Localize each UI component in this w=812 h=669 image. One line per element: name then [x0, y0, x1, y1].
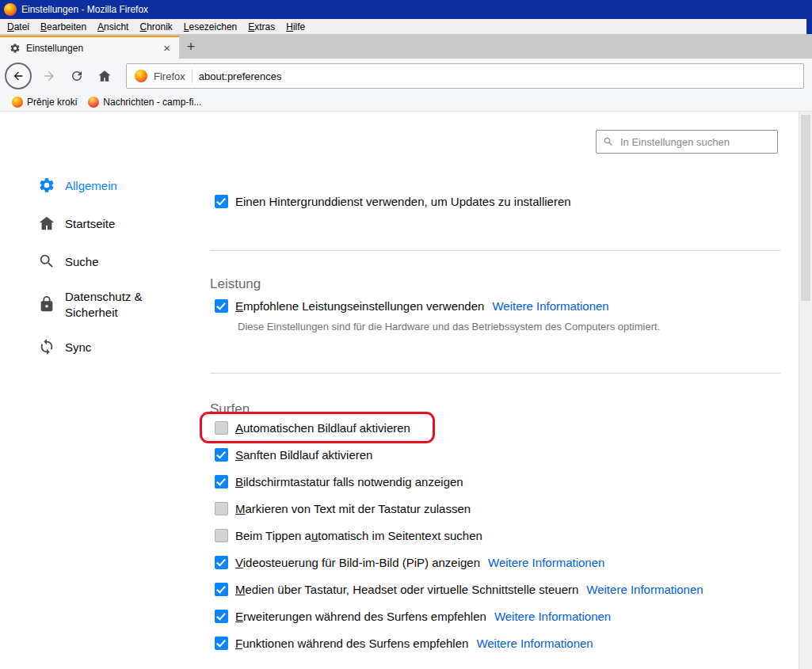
tab-title: Einstellungen — [26, 43, 161, 54]
pref-row-erweiterungen-w-hrend-des-surfens-empfeh: Erweiterungen während des Surfens empfeh… — [210, 602, 780, 629]
bookmark-label: Prěnje kroki — [27, 97, 77, 108]
pref-label[interactable]: Bildschirmtastatur falls notwendig anzei… — [235, 475, 463, 488]
settings-main-panel: Einen Hintergrunddienst verwenden, um Up… — [210, 112, 780, 669]
sidebar-item-label: Datenschutz & Sicherheit — [65, 289, 172, 321]
title-bar: Einstellungen - Mozilla Firefox — [0, 0, 812, 19]
checkbox-checked[interactable] — [215, 556, 228, 569]
checkbox-checked[interactable] — [215, 583, 228, 596]
pref-row-einen-hintergrunddienst-verwenden-um-upd: Einen Hintergrunddienst verwenden, um Up… — [210, 188, 780, 215]
learn-more-link[interactable]: Weitere Informationen — [488, 556, 604, 569]
pref-row-beim-tippen-automatisch-im-seitentext-su: Beim Tippen automatisch im Seitentext su… — [210, 522, 780, 549]
menu-item-lesezeichen[interactable]: Lesezeichen — [178, 19, 242, 34]
gear-icon — [10, 43, 21, 54]
menu-item-extras[interactable]: Extras — [242, 19, 280, 34]
menu-item-bearbeiten[interactable]: Bearbeiten — [35, 19, 92, 34]
menu-item-datei[interactable]: Datei — [2, 19, 35, 34]
menu-item-ansicht[interactable]: Ansicht — [92, 19, 134, 34]
pref-label[interactable]: Funktionen während des Surfens empfehlen — [235, 637, 468, 650]
checkbox-checked[interactable] — [215, 195, 228, 208]
tab-bar: Einstellungen × + — [0, 34, 812, 59]
sidebar-item-label: Allgemein — [65, 178, 117, 194]
firefox-icon — [4, 3, 17, 16]
sidebar-item-allgemein[interactable]: Allgemein — [38, 175, 200, 197]
section-heading-leistung: Leistung — [210, 276, 261, 292]
sidebar-item-suche[interactable]: Suche — [38, 251, 200, 273]
update-row-slot: Einen Hintergrunddienst verwenden, um Up… — [210, 188, 780, 215]
home-button[interactable] — [92, 63, 117, 89]
flame-icon — [88, 97, 99, 108]
pref-row-bildschirmtastatur-falls-notwendig-anzei: Bildschirmtastatur falls notwendig anzei… — [210, 468, 780, 495]
pref-row-medien-ber-tastatur-headset-oder-virtuel: Medien über Tastatur, Headset oder virtu… — [210, 576, 780, 602]
settings-sidebar: AllgemeinStartseiteSucheDatenschutz & Si… — [38, 175, 200, 375]
scrollbar-thumb[interactable] — [801, 115, 810, 301]
checkbox-checked[interactable] — [215, 610, 228, 623]
sidebar-item-startseite[interactable]: Startseite — [38, 213, 200, 235]
window-title: Einstellungen - Mozilla Firefox — [21, 4, 148, 15]
pref-row-empfohlene-leistungseinstellungen-verwen: Empfohlene Leistungseinstellungen verwen… — [210, 292, 780, 319]
menu-item-hilfe[interactable]: Hilfe — [280, 19, 311, 34]
bookmark-item-nachrichten-camp-fi[interactable]: Nachrichten - camp-fi... — [82, 93, 207, 111]
learn-more-link[interactable]: Weitere Informationen — [476, 637, 593, 650]
checkbox-unchecked[interactable] — [215, 502, 228, 515]
sidebar-item-label: Startseite — [65, 216, 115, 232]
menu-bar: DateiBearbeitenAnsichtChronikLesezeichen… — [0, 19, 812, 34]
home-icon — [38, 215, 55, 234]
urlbar-divider — [192, 69, 193, 83]
navigation-toolbar: Firefox about:preferences — [0, 59, 812, 93]
pref-row-automatischen-bildlauf-aktivieren: Automatischen Bildlauf aktivieren — [210, 414, 780, 441]
pref-row-funktionen-w-hrend-des-surfens-empfehlen: Funktionen während des Surfens empfehlen… — [210, 629, 780, 656]
reload-button[interactable] — [64, 63, 90, 89]
lock-icon — [38, 295, 55, 315]
pref-label[interactable]: Beim Tippen automatisch im Seitentext su… — [235, 529, 482, 542]
checkbox-unchecked[interactable] — [215, 421, 228, 435]
checkbox-checked[interactable] — [215, 475, 228, 488]
site-identity-label: Firefox — [154, 70, 185, 82]
browsing-rows: Automatischen Bildlauf aktivierenSanften… — [210, 414, 780, 656]
sidebar-item-label: Sync — [65, 340, 91, 355]
firefox-logo-icon — [135, 70, 147, 82]
pref-label[interactable]: Einen Hintergrunddienst verwenden, um Up… — [235, 195, 571, 208]
bookmark-item-pr-nje-kroki[interactable]: Prěnje kroki — [6, 93, 82, 111]
sidebar-item-datenschutz-sicherheit[interactable]: Datenschutz & Sicherheit — [38, 289, 200, 321]
checkbox-checked[interactable] — [215, 448, 228, 462]
pref-row-videosteuerung-f-r-bild-im-bild-pip-anze: Videosteuerung für Bild-im-Bild (PiP) an… — [210, 549, 780, 576]
back-button[interactable] — [5, 63, 32, 89]
pref-row-sanften-bildlauf-aktivieren: Sanften Bildlauf aktivieren — [210, 441, 780, 468]
pref-row-markieren-von-text-mit-der-tastatur-zula: Markieren von Text mit der Tastatur zula… — [210, 495, 780, 522]
pref-label[interactable]: Markieren von Text mit der Tastatur zula… — [235, 502, 471, 515]
bookmark-label: Nachrichten - camp-fi... — [103, 97, 201, 108]
pref-label[interactable]: Videosteuerung für Bild-im-Bild (PiP) an… — [235, 556, 480, 569]
learn-more-link[interactable]: Weitere Informationen — [494, 610, 611, 623]
scrollbar[interactable] — [799, 112, 812, 669]
bookmarks-toolbar: Prěnje krokiNachrichten - camp-fi... — [0, 93, 812, 112]
tab-close-icon[interactable]: × — [161, 42, 173, 54]
section-divider — [210, 373, 780, 374]
tab-einstellungen[interactable]: Einstellungen × — [0, 36, 179, 59]
sidebar-item-sync[interactable]: Sync — [38, 337, 200, 359]
url-text: about:preferences — [199, 70, 282, 82]
pref-label[interactable]: Sanften Bildlauf aktivieren — [235, 448, 372, 462]
section-divider — [210, 250, 780, 251]
checkbox-unchecked[interactable] — [215, 529, 228, 542]
pref-label[interactable]: Automatischen Bildlauf aktivieren — [235, 421, 410, 435]
pref-label[interactable]: Medien über Tastatur, Headset oder virtu… — [235, 583, 578, 596]
new-tab-button[interactable]: + — [179, 36, 203, 59]
performance-description: Diese Einstellungen sind für die Hardwar… — [238, 321, 745, 333]
menu-item-chronik[interactable]: Chronik — [134, 19, 177, 34]
firefox-icon — [12, 97, 23, 108]
forward-button[interactable] — [36, 63, 62, 89]
pref-label[interactable]: Empfohlene Leistungseinstellungen verwen… — [235, 299, 484, 313]
url-bar[interactable]: Firefox about:preferences — [126, 63, 804, 89]
learn-more-link[interactable]: Weitere Informationen — [586, 583, 703, 596]
checkbox-checked[interactable] — [215, 299, 228, 313]
search-icon — [38, 253, 55, 272]
gear-icon — [38, 177, 55, 196]
pref-label[interactable]: Erweiterungen während des Surfens empfeh… — [235, 610, 486, 623]
sync-icon — [38, 338, 55, 358]
window-border — [806, 19, 812, 34]
learn-more-link[interactable]: Weitere Informationen — [492, 299, 608, 313]
performance-row-slot: Empfohlene Leistungseinstellungen verwen… — [210, 292, 780, 319]
sidebar-item-label: Suche — [65, 254, 99, 270]
content-area: AllgemeinStartseiteSucheDatenschutz & Si… — [0, 112, 812, 669]
checkbox-checked[interactable] — [215, 637, 228, 650]
